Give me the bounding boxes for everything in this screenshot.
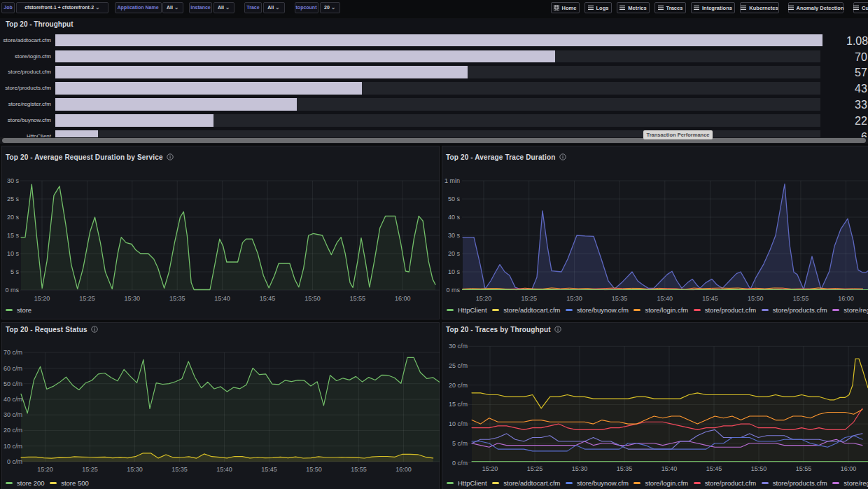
- svg-text:15:25: 15:25: [82, 466, 98, 473]
- svg-text:30 c/m: 30 c/m: [4, 411, 22, 418]
- svg-text:10 s: 10 s: [7, 250, 20, 257]
- svg-text:50 s: 50 s: [448, 195, 461, 202]
- svg-text:20 s: 20 s: [7, 214, 20, 221]
- svg-text:15 s: 15 s: [7, 232, 20, 239]
- svg-text:15:30: 15:30: [566, 295, 582, 302]
- svg-text:5 s: 5 s: [10, 268, 20, 275]
- svg-text:15:35: 15:35: [612, 295, 628, 302]
- svg-text:15:30: 15:30: [125, 295, 141, 302]
- svg-text:25 s: 25 s: [7, 195, 20, 202]
- svg-text:15:25: 15:25: [527, 465, 543, 472]
- svg-text:50 c/m: 50 c/m: [4, 380, 22, 387]
- svg-text:1 min: 1 min: [444, 177, 460, 184]
- svg-text:20 c/m: 20 c/m: [449, 382, 468, 389]
- svg-text:15:20: 15:20: [37, 466, 53, 473]
- svg-text:15:50: 15:50: [304, 295, 321, 302]
- svg-text:40 c/m: 40 c/m: [4, 396, 22, 403]
- svg-text:30 s: 30 s: [7, 177, 20, 184]
- svg-text:15:50: 15:50: [748, 295, 764, 302]
- svg-text:40 s: 40 s: [448, 214, 461, 221]
- svg-text:15:25: 15:25: [521, 295, 537, 302]
- svg-text:16:00: 16:00: [838, 295, 854, 302]
- svg-text:15:40: 15:40: [216, 466, 232, 473]
- svg-text:16:00: 16:00: [395, 295, 411, 302]
- svg-text:25 c/m: 25 c/m: [449, 362, 468, 369]
- svg-text:15:35: 15:35: [172, 466, 188, 473]
- svg-text:15:30: 15:30: [127, 466, 143, 473]
- svg-text:15:20: 15:20: [34, 295, 50, 302]
- svg-text:10 c/m: 10 c/m: [449, 420, 468, 427]
- svg-text:30 c/m: 30 c/m: [449, 343, 468, 350]
- svg-text:15:40: 15:40: [657, 295, 673, 302]
- svg-text:15:30: 15:30: [572, 465, 588, 472]
- svg-text:0 c/m: 0 c/m: [7, 458, 22, 465]
- svg-text:15:55: 15:55: [793, 295, 809, 302]
- svg-text:15:20: 15:20: [476, 295, 492, 302]
- svg-text:60 c/m: 60 c/m: [4, 365, 22, 372]
- svg-text:15 c/m: 15 c/m: [449, 401, 468, 408]
- svg-text:0 ms: 0 ms: [446, 287, 460, 294]
- svg-text:15:45: 15:45: [706, 465, 722, 472]
- svg-text:15:35: 15:35: [617, 465, 633, 472]
- svg-text:0 ms: 0 ms: [5, 287, 19, 294]
- svg-text:30 s: 30 s: [448, 232, 461, 239]
- svg-text:70 c/m: 70 c/m: [4, 349, 22, 356]
- svg-text:20 c/m: 20 c/m: [4, 427, 22, 434]
- svg-text:15:40: 15:40: [662, 465, 678, 472]
- svg-text:5 c/m: 5 c/m: [452, 440, 468, 447]
- svg-text:15:40: 15:40: [214, 295, 230, 302]
- svg-text:16:00: 16:00: [841, 465, 857, 472]
- svg-text:15:55: 15:55: [796, 465, 812, 472]
- svg-text:15:35: 15:35: [169, 295, 186, 302]
- svg-text:10 s: 10 s: [448, 268, 461, 275]
- svg-text:0 c/m: 0 c/m: [452, 460, 468, 467]
- svg-text:20 s: 20 s: [448, 250, 461, 257]
- svg-text:15:45: 15:45: [702, 295, 718, 302]
- svg-text:15:55: 15:55: [350, 295, 366, 302]
- svg-text:15:45: 15:45: [261, 466, 277, 473]
- svg-text:15:45: 15:45: [260, 295, 276, 302]
- svg-text:15:20: 15:20: [482, 465, 498, 472]
- svg-text:15:55: 15:55: [351, 466, 367, 473]
- svg-text:15:25: 15:25: [79, 295, 95, 302]
- svg-text:10 c/m: 10 c/m: [4, 443, 22, 450]
- svg-text:16:00: 16:00: [396, 466, 412, 473]
- svg-text:15:50: 15:50: [306, 466, 322, 473]
- svg-text:15:50: 15:50: [751, 465, 767, 472]
